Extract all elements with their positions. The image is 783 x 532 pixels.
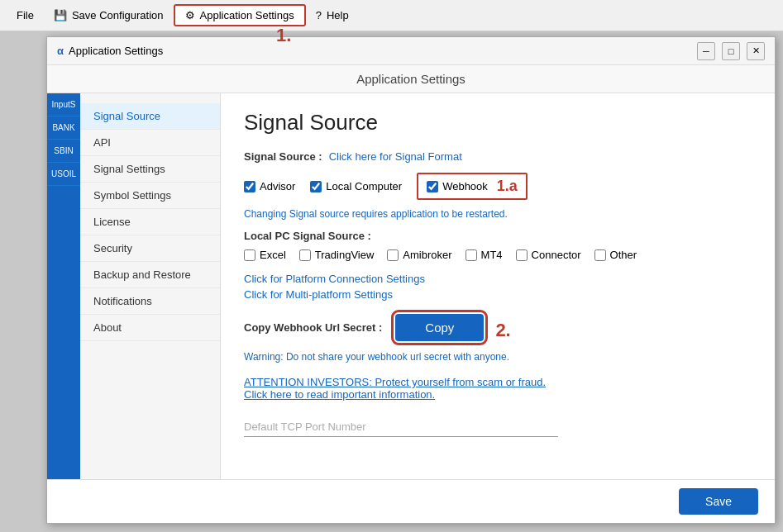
- maximize-button[interactable]: □: [722, 42, 740, 60]
- other-label: Other: [610, 249, 637, 261]
- page-title: Signal Source: [244, 110, 752, 135]
- modal-icon: α: [57, 45, 64, 57]
- attention-link-1[interactable]: ATTENTION INVESTORS: Protect yourself fr…: [244, 376, 752, 388]
- modal-title-left: α Application Settings: [57, 45, 163, 57]
- advisor-checkbox[interactable]: [244, 181, 255, 192]
- strip-sbin: SBIN: [47, 140, 80, 163]
- webhook-checkbox[interactable]: [427, 181, 438, 192]
- connector-checkbox-label[interactable]: Connector: [516, 249, 581, 261]
- excel-checkbox-label[interactable]: Excel: [244, 249, 286, 261]
- platform-connection-link[interactable]: Click for Platform Connection Settings: [244, 273, 752, 285]
- app-settings-menu-label: Application Settings: [200, 9, 294, 21]
- attention-section: ATTENTION INVESTORS: Protect yourself fr…: [244, 376, 752, 401]
- webhook-label: Webhook: [442, 180, 488, 192]
- local-computer-label: Local Computer: [326, 180, 402, 192]
- modal-title-bar: α Application Settings ─ □ ✕: [47, 37, 775, 65]
- advisor-checkbox-label[interactable]: Advisor: [244, 180, 295, 192]
- webhook-highlighted-box: Webhook 1.a: [417, 173, 528, 200]
- modal-header-title: Application Settings: [356, 72, 466, 86]
- minimize-button[interactable]: ─: [697, 42, 715, 60]
- local-computer-checkbox[interactable]: [310, 181, 322, 192]
- signal-checkboxes-row: Advisor Local Computer Webhook 1.a: [244, 173, 752, 200]
- question-icon: ?: [316, 9, 322, 21]
- copy-webhook-row: Copy Webhook Url Secret : Copy 2.: [244, 314, 752, 346]
- excel-checkbox[interactable]: [244, 249, 255, 261]
- close-button[interactable]: ✕: [747, 42, 765, 60]
- sidebar-item-api[interactable]: API: [80, 130, 220, 156]
- signal-source-row: Signal Source : Click here for Signal Fo…: [244, 150, 752, 163]
- sidebar-item-license[interactable]: License: [80, 209, 220, 235]
- connector-label: Connector: [532, 249, 581, 261]
- mt4-checkbox-label[interactable]: MT4: [466, 249, 503, 261]
- local-computer-checkbox-label[interactable]: Local Computer: [310, 180, 402, 192]
- app-settings-menu[interactable]: ⚙ Application Settings: [174, 4, 306, 26]
- sidebar-item-symbol-settings[interactable]: Symbol Settings: [80, 183, 220, 209]
- signal-format-link[interactable]: Click here for Signal Format: [329, 150, 462, 163]
- sidebar-item-security[interactable]: Security: [80, 235, 220, 262]
- annotation-2: 2.: [495, 320, 510, 341]
- help-label: Help: [327, 9, 349, 21]
- mt4-checkbox[interactable]: [466, 249, 477, 261]
- copy-inner-row: Copy Webhook Url Secret : Copy: [244, 314, 484, 341]
- restart-warning: Changing Signal source requires applicat…: [244, 208, 752, 220]
- save-config-menu[interactable]: 💾 Save Configuration: [44, 6, 174, 25]
- attention-link-2[interactable]: Click here to read important information…: [244, 388, 752, 401]
- tradingview-checkbox-label[interactable]: TradingView: [299, 249, 375, 261]
- other-checkbox[interactable]: [594, 249, 606, 261]
- file-label: File: [17, 9, 34, 21]
- file-menu[interactable]: File: [7, 6, 44, 25]
- modal-header: Application Settings: [47, 65, 775, 93]
- help-menu[interactable]: ? Help: [306, 6, 359, 25]
- copy-label: Copy Webhook Url Secret :: [244, 321, 382, 334]
- sidebar-item-signal-settings[interactable]: Signal Settings: [80, 156, 220, 183]
- advisor-label: Advisor: [260, 180, 295, 192]
- left-strip: InputS BANK SBIN USOIL: [47, 93, 80, 479]
- modal-window: α Application Settings ─ □ ✕ Application…: [46, 36, 776, 524]
- multiplatform-link[interactable]: Click for Multi-platform Settings: [244, 288, 752, 301]
- amibroker-checkbox[interactable]: [387, 249, 399, 261]
- annotation-1: 1.: [276, 25, 291, 46]
- amibroker-label: Amibroker: [403, 249, 451, 261]
- local-pc-label: Local PC Signal Source :: [244, 230, 752, 242]
- webhook-warning: Warning: Do not share your webhook url s…: [244, 351, 752, 363]
- other-checkbox-label[interactable]: Other: [594, 249, 637, 261]
- save-config-label: Save Configuration: [72, 9, 164, 21]
- main-content: Signal Source Signal Source : Click here…: [221, 93, 775, 479]
- platform-links-section: Click for Platform Connection Settings C…: [244, 273, 752, 301]
- menu-bar: File 💾 Save Configuration ⚙ Application …: [0, 0, 783, 31]
- sidebar-item-about[interactable]: About: [80, 315, 220, 341]
- tcp-row: [244, 417, 752, 437]
- webhook-checkbox-label[interactable]: Webhook: [427, 180, 488, 192]
- gear-icon: ⚙: [185, 9, 195, 21]
- sidebar-item-signal-source[interactable]: Signal Source: [80, 103, 220, 130]
- strip-bank: BANK: [47, 116, 80, 140]
- sidebar-item-notifications[interactable]: Notifications: [80, 288, 220, 315]
- tradingview-checkbox[interactable]: [299, 249, 311, 261]
- sidebar: Signal Source API Signal Settings Symbol…: [80, 93, 221, 479]
- amibroker-checkbox-label[interactable]: Amibroker: [387, 249, 451, 261]
- save-button[interactable]: Save: [679, 488, 758, 515]
- copy-button[interactable]: Copy: [395, 314, 484, 341]
- strip-usoil: USOIL: [47, 163, 80, 186]
- modal-body: InputS BANK SBIN USOIL Signal Source API…: [47, 93, 775, 479]
- tradingview-label: TradingView: [315, 249, 375, 261]
- save-icon: 💾: [54, 9, 67, 21]
- connector-checkbox[interactable]: [516, 249, 528, 261]
- excel-label: Excel: [260, 249, 286, 261]
- modal-title: Application Settings: [69, 45, 163, 57]
- modal-footer: Save: [47, 479, 775, 523]
- annotation-1a: 1.a: [497, 178, 518, 195]
- tcp-port-input[interactable]: [244, 417, 558, 437]
- signal-source-label: Signal Source :: [244, 150, 322, 163]
- left-strip-items: InputS BANK SBIN USOIL: [47, 93, 80, 186]
- sidebar-item-backup[interactable]: Backup and Restore: [80, 262, 220, 288]
- strip-inputs: InputS: [47, 93, 80, 116]
- mt4-label: MT4: [481, 249, 503, 261]
- local-source-row: Excel TradingView Amibroker MT4 Connecto…: [244, 249, 752, 261]
- modal-controls: ─ □ ✕: [697, 42, 765, 60]
